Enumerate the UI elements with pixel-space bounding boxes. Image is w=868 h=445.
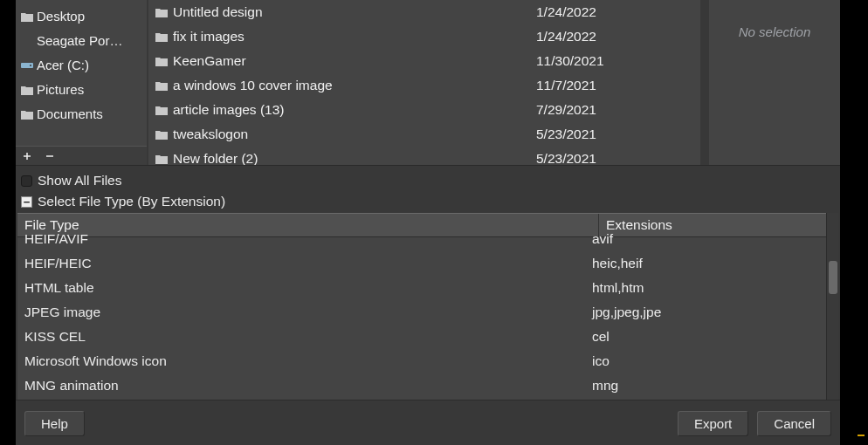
file-date: 11/7/2021 xyxy=(536,75,693,96)
scrollbar-thumb[interactable] xyxy=(829,261,837,294)
place-label: Desktop xyxy=(37,7,85,26)
file-date: 1/24/2022 xyxy=(536,2,693,23)
folder-icon xyxy=(155,31,168,42)
file-name: tweakslogon xyxy=(173,124,248,145)
file-type-row[interactable]: HEIF/HEIC heic,heif xyxy=(17,251,826,276)
place-label: Seagate Por… xyxy=(37,31,122,51)
upper-panes: Desktop Seagate Por… Acer (C:) Pictures … xyxy=(16,0,840,166)
folder-icon xyxy=(155,7,168,17)
place-label: Acer (C:) xyxy=(37,56,89,75)
drive-icon xyxy=(21,61,33,70)
file-type-row[interactable]: MNG animation mng xyxy=(17,373,826,398)
help-button[interactable]: Help xyxy=(24,411,85,436)
file-type-area: File Type Extensions HEIF/AVIF avif HEIF… xyxy=(17,213,838,400)
minus-icon xyxy=(45,152,54,161)
file-type-cell: HTML table xyxy=(24,278,592,298)
select-file-type-label: Select File Type (By Extension) xyxy=(38,194,225,209)
places-sidebar: Desktop Seagate Por… Acer (C:) Pictures … xyxy=(16,0,147,165)
file-row[interactable]: KeenGamer 11/30/2021 xyxy=(148,49,700,73)
no-selection-label: No selection xyxy=(739,24,811,165)
background-strip xyxy=(840,0,868,445)
file-row[interactable]: Untitled design 1/24/2022 xyxy=(148,0,700,24)
file-date: 5/23/2021 xyxy=(536,148,693,165)
folder-icon xyxy=(155,80,168,91)
show-all-files-checkbox[interactable] xyxy=(21,175,32,187)
cancel-button[interactable]: Cancel xyxy=(757,411,831,436)
expander-minus-icon[interactable]: − xyxy=(21,196,32,208)
file-type-table: File Type Extensions HEIF/AVIF avif HEIF… xyxy=(17,213,826,400)
file-type-cell: MNG animation xyxy=(24,376,592,395)
extensions-cell: jpg,jpeg,jpe xyxy=(592,303,819,322)
file-row[interactable]: tweakslogon 5/23/2021 xyxy=(148,122,700,147)
file-row[interactable]: article images (13) 7/29/2021 xyxy=(148,98,700,122)
export-dialog: Desktop Seagate Por… Acer (C:) Pictures … xyxy=(16,0,840,445)
extensions-cell: ico xyxy=(592,352,819,371)
folder-icon xyxy=(155,56,168,66)
extensions-cell: heic,heif xyxy=(592,254,819,273)
file-name: KeenGamer xyxy=(173,51,246,72)
place-label: Pictures xyxy=(37,80,84,99)
places-list: Desktop Seagate Por… Acer (C:) Pictures … xyxy=(16,0,147,146)
button-bar: Help Export Cancel xyxy=(16,400,840,445)
folder-icon xyxy=(21,11,33,22)
file-type-row[interactable]: KISS CEL cel xyxy=(17,325,826,349)
file-type-cell: HEIF/HEIC xyxy=(24,254,592,273)
folder-icon xyxy=(21,109,33,120)
show-all-files-label: Show All Files xyxy=(38,173,121,188)
place-acer-c[interactable]: Acer (C:) xyxy=(16,53,147,78)
export-button[interactable]: Export xyxy=(678,411,748,436)
show-all-files-row[interactable]: Show All Files xyxy=(19,173,837,188)
file-date: 7/29/2021 xyxy=(536,99,693,120)
file-type-cell: HEIF/AVIF xyxy=(24,229,592,249)
extensions-cell: mng xyxy=(592,376,819,395)
file-row[interactable]: New folder (2) 5/23/2021 xyxy=(148,147,700,165)
folder-icon xyxy=(21,85,33,95)
accent-line xyxy=(858,435,865,436)
plus-icon xyxy=(23,152,31,161)
extensions-cell: html,htm xyxy=(592,278,819,298)
file-type-cell: Microsoft Windows icon xyxy=(24,352,592,371)
file-type-body[interactable]: HEIF/AVIF avif HEIF/HEIC heic,heif HTML … xyxy=(17,227,826,400)
places-toolbar xyxy=(16,146,147,165)
file-type-scrollbar[interactable] xyxy=(826,213,838,400)
file-row[interactable]: fix it images 1/24/2022 xyxy=(148,24,700,49)
place-pictures[interactable]: Pictures xyxy=(16,78,147,102)
file-date: 5/23/2021 xyxy=(536,124,693,145)
remove-bookmark-button[interactable] xyxy=(44,150,56,162)
file-date: 1/24/2022 xyxy=(536,26,693,47)
extensions-cell: avif xyxy=(592,229,819,249)
file-name: fix it images xyxy=(173,26,245,47)
add-bookmark-button[interactable] xyxy=(21,150,33,162)
file-name: New folder (2) xyxy=(173,148,258,165)
file-type-row[interactable]: JPEG image jpg,jpeg,jpe xyxy=(17,300,826,325)
place-seagate[interactable]: Seagate Por… xyxy=(16,29,147,53)
file-name: article images (13) xyxy=(173,99,285,120)
file-date: 11/30/2021 xyxy=(536,51,693,72)
options-area: Show All Files − Select File Type (By Ex… xyxy=(16,166,840,213)
file-name: Untitled design xyxy=(173,2,263,23)
svg-point-1 xyxy=(30,65,31,66)
folder-icon xyxy=(155,129,168,140)
preview-pane: No selection xyxy=(709,0,840,165)
place-desktop[interactable]: Desktop xyxy=(16,4,147,29)
extensions-cell: cel xyxy=(592,327,819,346)
file-type-row[interactable]: Microsoft Windows icon ico xyxy=(17,349,826,373)
folder-icon xyxy=(155,154,168,164)
place-label: Documents xyxy=(37,105,103,124)
folder-icon xyxy=(155,105,168,115)
file-list[interactable]: Untitled design 1/24/2022 fix it images … xyxy=(148,0,700,165)
place-documents[interactable]: Documents xyxy=(16,102,147,127)
file-type-cell: JPEG image xyxy=(24,303,592,322)
file-type-cell: KISS CEL xyxy=(24,327,592,346)
file-type-row[interactable]: HTML table html,htm xyxy=(17,276,826,300)
select-file-type-row[interactable]: − Select File Type (By Extension) xyxy=(19,194,837,209)
file-name: a windows 10 cover image xyxy=(173,75,333,96)
file-row[interactable]: a windows 10 cover image 11/7/2021 xyxy=(148,73,700,98)
file-type-row[interactable]: HEIF/AVIF avif xyxy=(17,227,826,251)
